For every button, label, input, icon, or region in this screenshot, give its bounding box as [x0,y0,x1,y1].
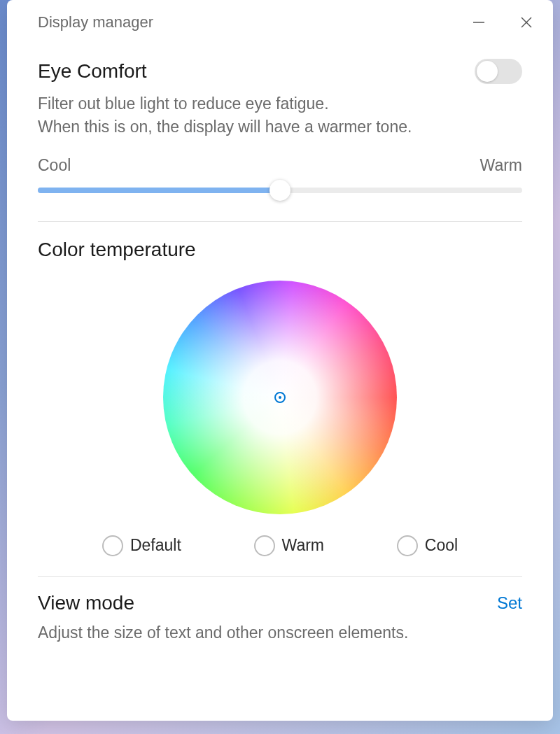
view-mode-header: View mode Set [38,592,522,614]
color-wheel[interactable] [163,281,397,514]
slider-label-right: Warm [480,156,522,175]
radio-icon [397,535,418,556]
minimize-button[interactable] [469,13,489,32]
radio-warm[interactable]: Warm [254,535,324,556]
radio-label: Default [130,536,181,555]
slider-labels: Cool Warm [38,156,522,175]
radio-label: Warm [282,536,324,555]
eye-comfort-description: Filter out blue light to reduce eye fati… [38,92,522,139]
minimize-icon [472,15,486,29]
slider-label-left: Cool [38,156,71,175]
toggle-knob [477,61,498,82]
radio-cool[interactable]: Cool [397,535,458,556]
eye-comfort-toggle[interactable] [475,59,522,84]
color-temp-options: Default Warm Cool [38,535,522,556]
close-button[interactable] [517,13,536,32]
radio-default[interactable]: Default [102,535,181,556]
eye-comfort-header: Eye Comfort [38,59,522,84]
window-title: Display manager [38,13,469,31]
color-wheel-marker-icon[interactable] [274,392,286,403]
color-temp-header: Color temperature [38,239,522,261]
eye-comfort-title: Eye Comfort [38,60,147,83]
display-manager-window: Display manager Eye Comfort Filter out b… [7,0,553,721]
radio-icon [102,535,123,556]
titlebar: Display manager [7,0,553,39]
color-temp-title: Color temperature [38,239,196,261]
view-mode-set-link[interactable]: Set [497,593,522,613]
slider-thumb[interactable] [270,180,290,201]
view-mode-description: Adjust the size of text and other onscre… [38,621,522,644]
close-icon [519,15,533,29]
color-wheel-container [38,281,522,514]
window-controls [469,13,536,32]
slider-fill [38,188,280,193]
view-mode-title: View mode [38,592,134,614]
radio-icon [254,535,275,556]
divider [38,221,522,222]
content-area: Eye Comfort Filter out blue light to red… [7,39,553,721]
temperature-slider[interactable] [38,188,522,193]
radio-label: Cool [425,536,458,555]
divider [38,576,522,577]
